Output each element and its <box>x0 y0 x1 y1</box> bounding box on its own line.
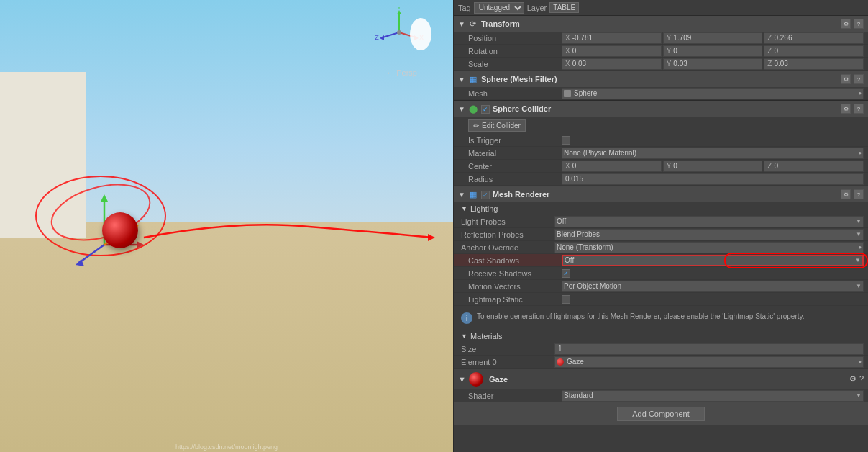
mesh-renderer-component: ▼ ▦ ✓ Mesh Renderer ⚙ ? ▼ Lighting Light… <box>454 186 868 369</box>
collider-material-dropdown[interactable]: None (Physic Material) ● <box>562 148 864 159</box>
shader-dropdown[interactable]: Standard ▼ <box>562 390 864 402</box>
mesh-renderer-header[interactable]: ▼ ▦ ✓ Mesh Renderer ⚙ ? <box>454 186 868 202</box>
lightmap-static-label: Lightmap Static <box>468 295 562 304</box>
motion-vectors-row: Motion Vectors Per Object Motion ▼ <box>454 280 868 293</box>
rotation-x-field[interactable]: X0 <box>562 45 662 57</box>
edit-collider-row: ✏ Edit Collider <box>454 117 868 134</box>
tag-label: Tag <box>458 4 471 12</box>
mesh-filter-fold-arrow: ▼ <box>458 76 465 83</box>
transform-component: ▼ ⟳ Transform ⚙ ? Position X-0.781 Y1.70… <box>454 16 868 71</box>
sphere-collider-header[interactable]: ▼ ⬤ ✓ Sphere Collider ⚙ ? <box>454 101 868 117</box>
svg-marker-7 <box>380 35 384 40</box>
reflection-probes-label: Reflection Probes <box>461 230 554 239</box>
radius-row: Radius 0.015 <box>454 173 868 186</box>
material-row: Material None (Physic Material) ● <box>454 147 868 160</box>
element0-dropdown[interactable]: Gaze ● <box>554 356 864 368</box>
receive-shadows-row: Receive Shadows ✓ <box>454 267 868 280</box>
reflection-probes-row: Reflection Probes Blend Probes ▼ <box>454 228 868 241</box>
edit-collider-button[interactable]: ✏ Edit Collider <box>468 119 526 132</box>
mesh-filter-help-icon[interactable]: ? <box>854 74 864 84</box>
position-label: Position <box>468 34 562 42</box>
gaze-material-header: ▼ Gaze ⚙ ? <box>454 369 868 389</box>
info-text: To enable generation of lightmaps for th… <box>477 312 805 322</box>
transform-help-icon[interactable]: ? <box>854 19 864 29</box>
shader-row: Shader Standard ▼ <box>454 389 868 402</box>
radius-label: Radius <box>468 175 562 184</box>
sphere-collider-help-icon[interactable]: ? <box>854 104 864 114</box>
position-z-field[interactable]: Z0.266 <box>764 32 864 44</box>
svg-text:Z: Z <box>375 34 379 41</box>
scale-z-field[interactable]: Z0.03 <box>764 58 864 70</box>
reflection-probes-dropdown[interactable]: Blend Probes ▼ <box>554 229 864 240</box>
sphere-collider-settings-icon[interactable]: ⚙ <box>841 104 851 114</box>
mesh-filter-component: ▼ ▦ Sphere (Mesh Filter) ⚙ ? Mesh Sphere… <box>454 71 868 101</box>
materials-fold-arrow: ▼ <box>461 333 467 340</box>
lightmap-static-checkbox[interactable] <box>562 295 570 304</box>
size-field[interactable]: 1 <box>554 343 864 355</box>
is-trigger-checkbox[interactable] <box>562 136 570 145</box>
radius-field[interactable]: 0.015 <box>562 173 864 185</box>
scale-x-field[interactable]: X0.03 <box>562 58 662 70</box>
scale-row: Scale X0.03 Y0.03 Z0.03 <box>454 58 868 71</box>
rotation-label: Rotation <box>468 47 562 55</box>
receive-shadows-checkbox[interactable]: ✓ <box>562 269 570 278</box>
materials-section[interactable]: ▼ Materials <box>454 330 868 343</box>
mesh-renderer-help-icon[interactable]: ? <box>854 189 864 199</box>
mesh-label: Mesh <box>468 89 562 98</box>
lighting-section[interactable]: ▼ Lighting <box>454 202 868 215</box>
layer-label: Layer <box>527 4 547 12</box>
center-row: Center X0 Y0 Z0 <box>454 160 868 173</box>
mesh-renderer-fold-arrow: ▼ <box>458 191 465 199</box>
element0-label: Element 0 <box>461 358 554 366</box>
center-y-field[interactable]: Y0 <box>663 161 763 172</box>
cast-shadows-label: Cast Shadows <box>468 256 562 265</box>
motion-vectors-dropdown[interactable]: Per Object Motion ▼ <box>562 281 864 292</box>
lightmap-static-row: Lightmap Static <box>454 293 868 306</box>
center-x-field[interactable]: X0 <box>562 161 662 172</box>
transform-settings-icon[interactable]: ⚙ <box>841 19 851 29</box>
center-label: Center <box>468 162 562 171</box>
cast-shadows-dropdown[interactable]: Off ▼ <box>562 255 864 266</box>
mesh-dropdown[interactable]: Sphere ● <box>562 88 864 99</box>
svg-marker-13 <box>101 194 108 202</box>
anchor-override-label: Anchor Override <box>461 243 554 252</box>
transform-icon: ⟳ <box>468 19 478 29</box>
mesh-renderer-settings-icon[interactable]: ⚙ <box>841 189 851 199</box>
layer-value: TABLE <box>549 2 579 13</box>
is-trigger-row: Is Trigger <box>454 134 868 147</box>
mesh-filter-settings-icon[interactable]: ⚙ <box>841 74 851 84</box>
rotation-row: Rotation X0 Y0 Z0 <box>454 45 868 58</box>
rotation-z-field[interactable]: Z0 <box>764 45 864 57</box>
scale-y-field[interactable]: Y0.03 <box>663 58 763 70</box>
transform-fold-arrow: ▼ <box>458 20 465 28</box>
svg-point-9 <box>397 30 401 35</box>
materials-label: Materials <box>470 332 503 340</box>
size-label: Size <box>461 345 554 353</box>
receive-shadows-label: Receive Shadows <box>468 269 562 278</box>
position-x-field[interactable]: X-0.781 <box>562 32 662 44</box>
is-trigger-label: Is Trigger <box>468 136 562 145</box>
scale-label: Scale <box>468 60 562 68</box>
cast-shadows-arrow <box>129 205 446 270</box>
size-row: Size 1 <box>454 343 868 356</box>
anchor-override-row: Anchor Override None (Transform) ● <box>454 241 868 254</box>
pencil-icon: ✏ <box>473 122 479 130</box>
gaze-help-icon[interactable]: ? <box>859 374 864 384</box>
gaze-title: Gaze <box>489 375 849 384</box>
position-y-field[interactable]: Y1.709 <box>663 32 763 44</box>
svg-line-16 <box>79 245 104 263</box>
light-probes-dropdown[interactable]: Off ▼ <box>554 216 864 227</box>
mesh-filter-title: Sphere (Mesh Filter) <box>481 75 841 83</box>
transform-header[interactable]: ▼ ⟳ Transform ⚙ ? <box>454 16 868 32</box>
mesh-filter-header[interactable]: ▼ ▦ Sphere (Mesh Filter) ⚙ ? <box>454 71 868 87</box>
watermark: https://blog.csdn.net/moonlightpeng <box>175 443 278 451</box>
tag-layer-bar: Tag Untagged Layer TABLE <box>454 0 868 16</box>
rotation-y-field[interactable]: Y0 <box>663 45 763 57</box>
center-z-field[interactable]: Z0 <box>764 161 864 172</box>
add-component-row: Add Component <box>454 402 868 425</box>
gaze-settings-icon[interactable]: ⚙ <box>849 374 856 384</box>
add-component-button[interactable]: Add Component <box>617 407 705 421</box>
tag-select[interactable]: Untagged <box>474 2 524 14</box>
anchor-override-dropdown[interactable]: None (Transform) ● <box>554 242 864 253</box>
sphere-collider-icon: ⬤ <box>468 104 478 114</box>
